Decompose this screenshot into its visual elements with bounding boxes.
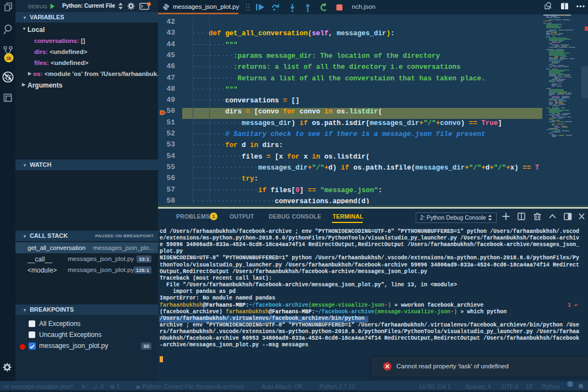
svg-text:3k: 3k <box>6 56 12 61</box>
